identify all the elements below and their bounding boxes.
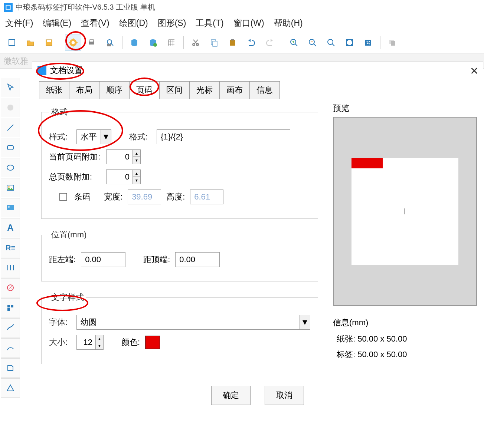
menu-shape[interactable]: 图形(S)	[158, 17, 186, 29]
menu-view[interactable]: 查看(V)	[81, 17, 109, 29]
pointer-tool-icon[interactable]	[1, 78, 20, 97]
menu-edit[interactable]: 编辑(E)	[43, 17, 71, 29]
svg-line-47	[7, 125, 13, 131]
menu-window[interactable]: 窗口(W)	[233, 17, 264, 29]
svg-point-53	[8, 206, 10, 208]
zoom-reset-icon[interactable]	[323, 34, 339, 51]
cut-icon[interactable]	[187, 34, 204, 51]
svg-point-46	[7, 105, 13, 111]
redo-icon[interactable]	[262, 34, 278, 51]
svg-rect-58	[13, 265, 14, 270]
menu-draw[interactable]: 绘图(D)	[119, 17, 148, 29]
svg-rect-55	[9, 265, 9, 270]
barcode-tool-icon[interactable]	[1, 258, 20, 277]
tab-layout[interactable]: 布局	[69, 81, 99, 99]
svg-rect-45	[391, 41, 395, 46]
svg-rect-30	[213, 41, 217, 46]
menu-file[interactable]: 文件(F)	[5, 17, 33, 29]
main-toolbar	[0, 32, 484, 53]
roundrect-tool-icon[interactable]	[1, 138, 20, 157]
image-tool-icon[interactable]	[1, 178, 20, 197]
polygon-tool-icon[interactable]	[1, 358, 20, 378]
cancel-button[interactable]: 取消	[265, 386, 304, 405]
info-label: 标签: 50.00 x 50.00	[337, 349, 477, 360]
grid-icon[interactable]	[163, 34, 180, 51]
format-input[interactable]	[157, 129, 290, 144]
left-input[interactable]	[81, 252, 125, 267]
curve-tool-icon[interactable]	[1, 318, 20, 337]
font-select[interactable]: 幼圆 ▼	[76, 315, 310, 330]
barcode-width-input[interactable]	[128, 190, 161, 204]
tab-range[interactable]: 区间	[159, 81, 190, 99]
paste-icon[interactable]	[225, 34, 241, 51]
barcode-height-input[interactable]	[190, 190, 223, 204]
tab-paper[interactable]: 纸张	[39, 81, 69, 99]
app-icon	[4, 3, 13, 12]
zoom-in-icon[interactable]	[286, 34, 302, 51]
textstyle-fieldset: 文字样式 字体: 幼圆 ▼ 大小: ▲▼ 颜色:	[41, 292, 318, 364]
ellipse-tool-icon[interactable]	[1, 158, 20, 177]
dialog-titlebar: 文档设置 ✕	[32, 62, 483, 79]
tab-info[interactable]: 信息	[249, 81, 280, 99]
open-icon[interactable]	[22, 34, 39, 51]
tab-canvas[interactable]: 画布	[219, 81, 250, 99]
menu-tool[interactable]: 工具(T)	[196, 17, 223, 29]
size-label: 大小:	[49, 337, 71, 348]
style-label: 样式:	[49, 131, 71, 142]
fit-page-icon[interactable]	[360, 34, 376, 51]
save-icon[interactable]	[41, 34, 57, 51]
richtext-tool-icon[interactable]: R≡	[1, 238, 20, 257]
svg-rect-61	[11, 305, 13, 307]
layers-icon[interactable]	[384, 34, 400, 51]
position-legend: 位置(mm)	[49, 229, 89, 240]
tab-order[interactable]: 顺序	[99, 81, 130, 99]
close-icon[interactable]: ✕	[470, 65, 478, 77]
print-icon[interactable]	[84, 34, 100, 51]
tab-cursor[interactable]: 光标	[189, 81, 220, 99]
hand-tool-icon[interactable]	[1, 98, 20, 117]
svg-point-6	[72, 41, 75, 45]
line-tool-icon[interactable]	[1, 118, 20, 137]
textstyle-legend: 文字样式	[49, 292, 86, 303]
text-tool-icon[interactable]: A	[1, 218, 20, 237]
arc-tool-icon[interactable]	[1, 338, 20, 358]
fit-icon[interactable]	[341, 34, 358, 51]
color-swatch[interactable]	[145, 336, 160, 349]
undo-icon[interactable]	[243, 34, 259, 51]
svg-rect-8	[73, 46, 73, 47]
database-icon[interactable]	[126, 34, 143, 51]
print-preview-icon[interactable]	[102, 34, 118, 51]
titlebar: 中琅条码标签打印软件-V6.5.3 工业版 单机	[0, 0, 484, 14]
svg-rect-62	[7, 308, 10, 311]
preview-canvas	[351, 158, 458, 265]
top-label: 距顶端:	[143, 254, 170, 265]
copy-icon[interactable]	[206, 34, 222, 51]
ok-button[interactable]: 确定	[211, 386, 251, 405]
preview-box	[333, 117, 477, 306]
zoom-out-icon[interactable]	[304, 34, 321, 51]
barcode-checkbox[interactable]	[59, 193, 67, 201]
shape-tool-icon[interactable]	[1, 278, 20, 297]
color-label: 颜色:	[121, 337, 140, 348]
menu-help[interactable]: 帮助(H)	[274, 17, 303, 29]
qrcode-tool-icon[interactable]	[1, 298, 20, 317]
svg-rect-54	[7, 265, 8, 270]
new-icon[interactable]	[4, 34, 20, 51]
top-input[interactable]	[175, 252, 220, 267]
chevron-down-icon[interactable]: ▼	[300, 315, 310, 329]
style-select[interactable]: 水平 ▼	[76, 129, 111, 144]
svg-rect-2	[9, 40, 15, 46]
picture-tool-icon[interactable]	[1, 198, 20, 217]
svg-point-40	[328, 39, 333, 45]
dialog-icon	[37, 66, 46, 75]
triangle-tool-icon[interactable]	[1, 378, 20, 398]
curpage-spinner[interactable]: ▲▼	[106, 149, 141, 164]
tab-page-number[interactable]: 页码	[129, 81, 160, 99]
totalpage-spinner[interactable]: ▲▼	[106, 169, 141, 184]
database-refresh-icon[interactable]	[145, 34, 161, 51]
font-hint: 微软雅	[4, 56, 28, 66]
format-legend: 格式	[49, 106, 70, 118]
settings-gear-icon[interactable]	[65, 34, 81, 51]
size-spinner[interactable]: ▲▼	[76, 335, 104, 350]
chevron-down-icon[interactable]: ▼	[101, 130, 111, 144]
